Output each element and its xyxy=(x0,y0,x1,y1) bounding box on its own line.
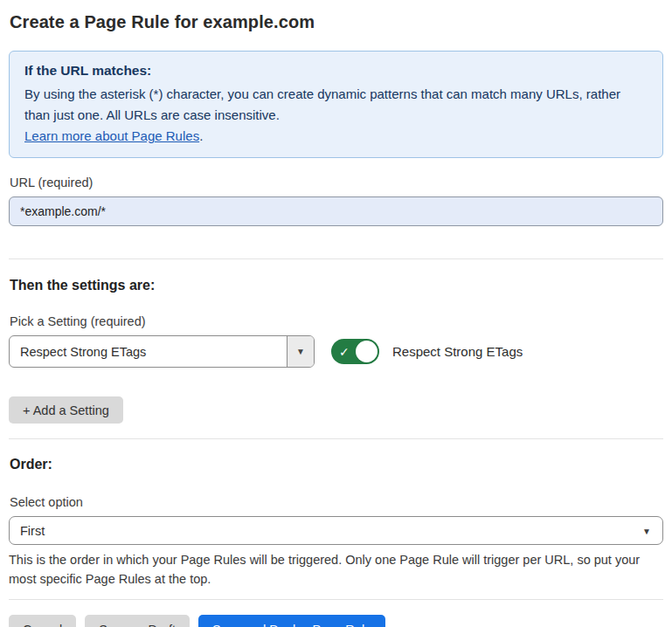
divider xyxy=(9,599,663,600)
toggle-knob xyxy=(356,341,378,362)
save-as-draft-button[interactable]: Save as Draft xyxy=(85,615,190,627)
order-help-text: This is the order in which your Page Rul… xyxy=(9,550,660,589)
setting-row: Respect Strong ETags ▼ ✓ Respect Strong … xyxy=(9,335,663,368)
order-select[interactable]: First ▼ xyxy=(9,516,663,545)
add-setting-button[interactable]: + Add a Setting xyxy=(9,396,123,424)
setting-select-arrow-button[interactable]: ▼ xyxy=(287,336,314,367)
learn-more-link[interactable]: Learn more about Page Rules xyxy=(24,128,199,143)
toggle-label: Respect Strong ETags xyxy=(392,344,523,359)
divider xyxy=(9,438,663,439)
form-actions: Cancel Save as Draft Save and Deploy Pag… xyxy=(9,615,663,627)
setting-select-value: Respect Strong ETags xyxy=(10,336,287,367)
page-title: Create a Page Rule for example.com xyxy=(10,12,663,32)
divider xyxy=(9,258,663,259)
check-icon: ✓ xyxy=(339,344,350,358)
setting-toggle-wrap: ✓ Respect Strong ETags xyxy=(331,339,523,364)
chevron-down-icon: ▼ xyxy=(296,347,305,356)
order-select-value: First xyxy=(20,524,45,538)
info-link-row: Learn more about Page Rules. xyxy=(24,126,648,147)
respect-strong-etags-toggle[interactable]: ✓ xyxy=(331,339,379,364)
url-match-info-box: If the URL matches: By using the asteris… xyxy=(9,51,663,158)
page-rule-form: Create a Page Rule for example.com If th… xyxy=(0,0,672,627)
order-select-label: Select option xyxy=(10,495,663,509)
chevron-down-icon: ▼ xyxy=(642,526,651,535)
link-period: . xyxy=(199,128,203,143)
setting-select[interactable]: Respect Strong ETags ▼ xyxy=(9,335,315,368)
save-and-deploy-button[interactable]: Save and Deploy Page Rule xyxy=(198,615,385,627)
cancel-button[interactable]: Cancel xyxy=(9,615,76,627)
url-input[interactable] xyxy=(9,196,663,226)
url-field-label: URL (required) xyxy=(10,176,663,189)
info-box-heading: If the URL matches: xyxy=(24,63,648,79)
pick-setting-label: Pick a Setting (required) xyxy=(10,314,663,328)
order-section-heading: Order: xyxy=(10,457,663,472)
settings-section-heading: Then the settings are: xyxy=(10,278,663,293)
info-box-body: By using the asterisk (*) character, you… xyxy=(24,84,648,126)
